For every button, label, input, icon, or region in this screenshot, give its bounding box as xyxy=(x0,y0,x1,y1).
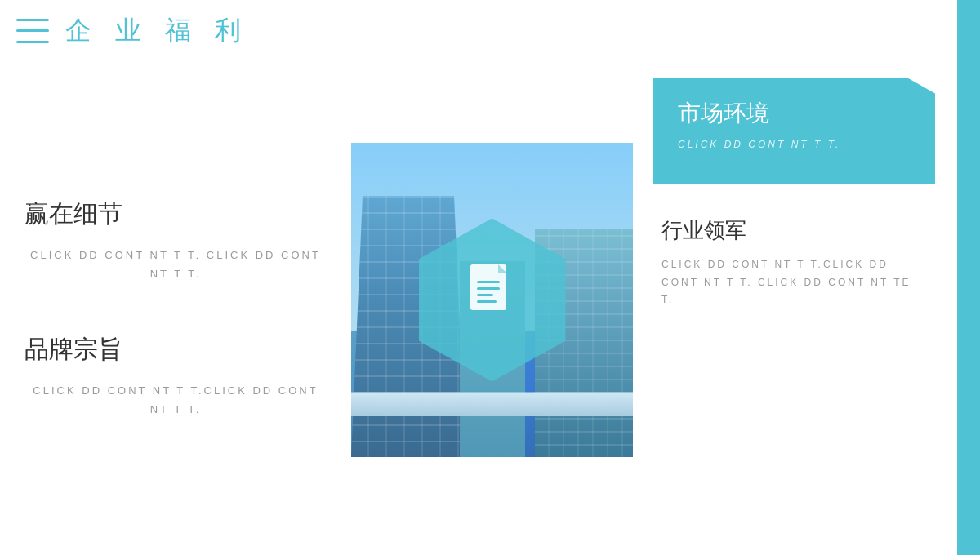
industry-leader-desc: CLICK DD CONT NT T T.CLICK DD CONT NT T … xyxy=(662,256,927,309)
win-detail-desc: CLICK DD CONT NT T T. CLICK DD CONT NT T… xyxy=(24,246,327,284)
industry-leader-title: 行业领军 xyxy=(662,216,927,245)
win-detail-title: 赢在细节 xyxy=(24,198,327,231)
svg-rect-1 xyxy=(477,281,500,283)
right-accent-bar xyxy=(957,0,980,555)
section-win-detail: 赢在细节 CLICK DD CONT NT T T. CLICK DD CONT… xyxy=(24,198,327,284)
hexagon-shape xyxy=(419,219,566,382)
svg-rect-3 xyxy=(477,294,493,296)
market-env-desc: CLICK DD CONT NT T T. xyxy=(678,139,911,150)
brand-mission-desc: CLICK DD CONT NT T T.CLICK DD CONT NT T … xyxy=(24,381,327,420)
main-content: 赢在细节 CLICK DD CONT NT T T. CLICK DD CONT… xyxy=(0,61,956,555)
hexagon-overlay xyxy=(351,143,633,457)
left-panel: 赢在细节 CLICK DD CONT NT T T. CLICK DD CONT… xyxy=(0,61,351,555)
document-icon xyxy=(464,261,521,340)
right-panel: 市场环境 CLICK DD CONT NT T T. 行业领军 CLICK DD… xyxy=(633,61,956,555)
market-env-title: 市场环境 xyxy=(678,98,911,129)
brand-mission-title: 品牌宗旨 xyxy=(24,333,327,366)
header-title: 企 业 福 利 xyxy=(65,13,249,49)
svg-rect-2 xyxy=(477,287,500,290)
hamburger-menu[interactable] xyxy=(16,19,49,43)
industry-leader-section: 行业领军 CLICK DD CONT NT T T.CLICK DD CONT … xyxy=(653,200,935,326)
market-environment-box: 市场环境 CLICK DD CONT NT T T. xyxy=(653,78,935,184)
section-brand-mission: 品牌宗旨 CLICK DD CONT NT T T.CLICK DD CONT … xyxy=(24,333,327,420)
header: 企 业 福 利 xyxy=(0,0,980,61)
svg-rect-4 xyxy=(477,300,497,303)
